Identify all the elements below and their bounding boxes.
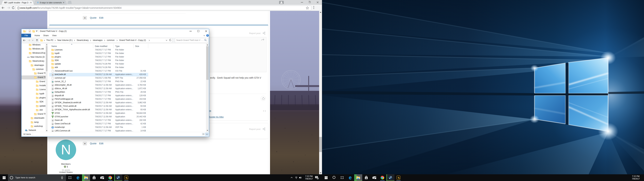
svg-text:3: 3 xyxy=(317,178,318,180)
